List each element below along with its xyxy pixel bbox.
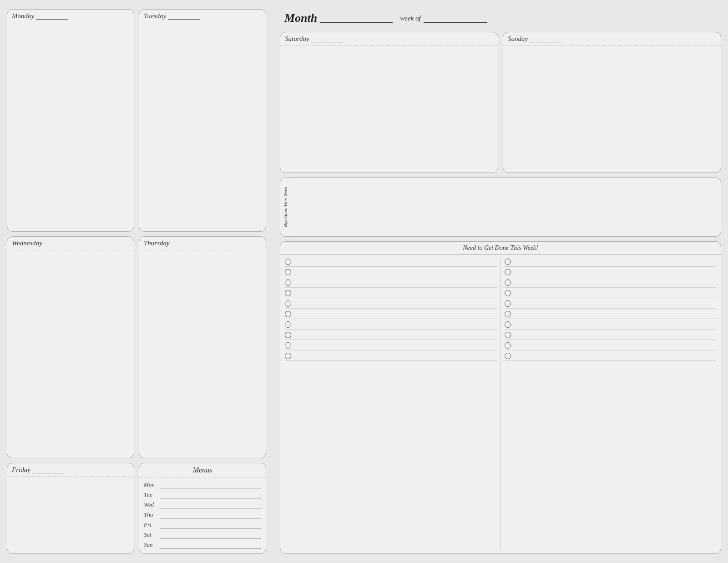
todo-circle-l6: [285, 311, 291, 317]
todo-item-l8: [285, 330, 497, 340]
menu-label-sat: Sat: [144, 531, 160, 538]
menu-label-tue: Tue: [144, 491, 160, 498]
todo-line-l6: [294, 311, 497, 317]
month-title: Month: [284, 11, 317, 25]
row-wed-thu: Wednesday Thursday: [7, 236, 266, 459]
todo-line-r6: [514, 311, 717, 317]
todo-line-r1: [514, 259, 717, 265]
todo-circle-r10: [505, 353, 511, 359]
weekend-row: Saturday Sunday: [280, 32, 721, 173]
todo-line-r7: [514, 321, 717, 328]
todo-item-l1: [285, 257, 497, 267]
todo-circle-l2: [285, 269, 291, 275]
sunday-header: Sunday: [503, 32, 721, 46]
week-of-label: week of: [400, 15, 420, 22]
todo-circle-r5: [505, 300, 511, 307]
thursday-underline: [172, 240, 203, 246]
todo-line-r2: [514, 269, 717, 275]
wednesday-card: Wednesday: [7, 236, 134, 459]
menu-item-thu: Thu: [144, 511, 261, 518]
todo-circle-l1: [285, 259, 291, 265]
todo-line-r8: [514, 332, 717, 338]
todo-circle-r4: [505, 290, 511, 296]
todo-item-l2: [285, 268, 497, 277]
todo-circle-r9: [505, 342, 511, 349]
big-ideas-label: Big Ideas This Week: [283, 187, 288, 227]
todo-item-r1: [505, 257, 717, 267]
todo-item-l10: [285, 351, 497, 361]
todo-circle-l10: [285, 353, 291, 359]
todo-column-left: [285, 257, 497, 551]
menu-item-tue: Tue: [144, 491, 261, 498]
todo-circle-r7: [505, 321, 511, 328]
tuesday-body[interactable]: [139, 23, 266, 231]
sunday-label: Sunday: [508, 35, 528, 43]
sunday-underline: [530, 36, 561, 42]
todo-item-l9: [285, 341, 497, 350]
todo-circle-l9: [285, 342, 291, 349]
todo-line-r3: [514, 279, 717, 286]
tuesday-label: Tuesday: [144, 12, 166, 20]
week-of-value-underline: [424, 14, 487, 23]
big-ideas-sidebar: Big Ideas This Week: [280, 178, 290, 236]
saturday-label: Saturday: [285, 35, 309, 43]
todo-line-l9: [294, 342, 497, 349]
todo-item-l5: [285, 299, 497, 309]
menu-line-mon: [160, 481, 261, 488]
wednesday-body[interactable]: [7, 250, 134, 458]
menu-item-mon: Mon: [144, 481, 261, 488]
todo-circle-l8: [285, 332, 291, 338]
todo-line-l5: [294, 300, 497, 307]
tuesday-header: Tuesday: [139, 10, 266, 23]
todo-column-right: [505, 257, 717, 551]
menu-item-sat: Sat: [144, 531, 261, 538]
friday-body[interactable]: [7, 477, 134, 553]
todo-separator: [500, 257, 501, 551]
menu-item-wed: Wed: [144, 501, 261, 508]
menus-body: Mon Tue Wed Thu Fri: [139, 477, 266, 553]
menu-line-thu: [160, 511, 261, 518]
menu-label-mon: Mon: [144, 481, 160, 488]
todo-item-r5: [505, 299, 717, 309]
saturday-underline: [311, 36, 343, 42]
monday-body[interactable]: [7, 23, 134, 231]
big-ideas-card: Big Ideas This Week: [280, 178, 721, 237]
todo-item-r2: [505, 268, 717, 277]
wednesday-header: Wednesday: [7, 237, 134, 250]
todo-item-r8: [505, 330, 717, 340]
sunday-body[interactable]: [503, 46, 721, 172]
todo-circle-r2: [505, 269, 511, 275]
menu-line-fri: [160, 521, 261, 528]
wednesday-label: Wednesday: [12, 239, 42, 247]
thursday-header: Thursday: [139, 237, 266, 250]
friday-header: Friday: [7, 463, 134, 477]
todo-item-r3: [505, 278, 717, 288]
todo-circle-l3: [285, 279, 291, 286]
todo-card: Need to Get Done This Week!: [280, 241, 721, 554]
saturday-card: Saturday: [280, 32, 498, 173]
menu-label-wed: Wed: [144, 501, 160, 508]
big-ideas-content[interactable]: [290, 178, 721, 236]
saturday-header: Saturday: [280, 32, 498, 46]
friday-label: Friday: [12, 466, 30, 474]
todo-line-l8: [294, 332, 497, 338]
todo-line-r9: [514, 342, 717, 349]
sunday-card: Sunday: [503, 32, 721, 173]
menu-item-fri: Fri: [144, 521, 261, 528]
menu-line-sat: [160, 531, 261, 538]
monday-header: Monday: [7, 10, 134, 23]
todo-circle-l4: [285, 290, 291, 296]
todo-line-l2: [294, 269, 497, 275]
todo-body: [280, 255, 721, 553]
menu-item-sun: Sun: [144, 541, 261, 548]
tuesday-card: Tuesday: [139, 9, 266, 232]
menu-label-sun: Sun: [144, 541, 160, 548]
todo-circle-r1: [505, 259, 511, 265]
row-fri-menus: Friday Menus Mon Tue Wed: [7, 463, 266, 554]
right-panel: Month week of Saturday Sunday Big Ideas …: [273, 0, 728, 563]
thursday-body[interactable]: [139, 250, 266, 458]
wednesday-underline: [44, 240, 76, 246]
saturday-body[interactable]: [280, 46, 498, 172]
todo-circle-r8: [505, 332, 511, 338]
todo-line-l3: [294, 279, 497, 286]
